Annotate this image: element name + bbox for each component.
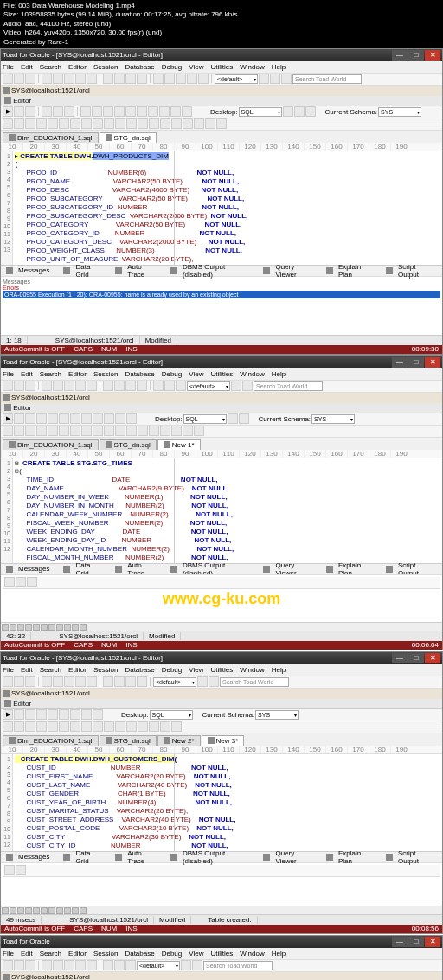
toolbar-button[interactable] (149, 426, 159, 436)
toolbar-button[interactable] (242, 381, 253, 391)
toolbar-button[interactable] (25, 721, 35, 732)
toolbar-button[interactable] (197, 676, 208, 687)
toolbar-button[interactable] (14, 721, 24, 732)
toolbar-button[interactable] (53, 676, 63, 687)
titlebar[interactable]: Toad for Oracle - [SYS@localhost:1521/or… (1, 356, 442, 368)
toolbar-button[interactable] (14, 106, 24, 117)
menu-file[interactable]: File (3, 666, 14, 674)
menu-help[interactable]: Help (272, 370, 286, 378)
menu-session[interactable]: Session (93, 63, 118, 71)
toolbar-button[interactable] (14, 709, 24, 720)
toolbar-button[interactable] (14, 381, 24, 391)
close-button[interactable]: ✕ (425, 50, 440, 61)
toolbar-button[interactable] (171, 721, 182, 732)
toolbar-button[interactable] (171, 118, 182, 129)
toolbar-button[interactable] (48, 118, 58, 129)
toolbar-button[interactable] (14, 676, 24, 687)
toolbar-button[interactable] (153, 74, 164, 84)
close-button[interactable]: ✕ (425, 653, 440, 663)
toolbar-button[interactable] (93, 721, 103, 732)
titlebar[interactable]: Toad for Oracle — □ ✕ (1, 936, 442, 948)
menu-view[interactable]: View (189, 370, 203, 378)
menu-debug[interactable]: Debug (162, 370, 183, 378)
toolbar-button[interactable] (176, 381, 186, 391)
menu-editor[interactable]: Editor (68, 63, 87, 71)
menu-search[interactable]: Search (40, 950, 61, 958)
output-tab-messages[interactable]: Messages (3, 851, 56, 862)
toolbar-button[interactable] (3, 960, 13, 970)
menu-help[interactable]: Help (272, 63, 286, 71)
code-editor[interactable]: 123456789101112 CREATE TABLE DWH.DWH_CUS… (1, 754, 442, 851)
current-schema-dropdown[interactable]: SYS (255, 710, 299, 720)
menu-utilities[interactable]: Utilities (210, 950, 233, 958)
toolbar-button[interactable] (115, 413, 125, 424)
toolbar-button[interactable] (114, 960, 125, 970)
toolbar-button[interactable] (125, 676, 136, 687)
toolbar-button[interactable] (36, 721, 47, 732)
execute-button[interactable]: ▶ (3, 106, 13, 117)
toolbar-button[interactable] (164, 74, 175, 84)
maximize-button[interactable]: □ (408, 357, 424, 368)
toolbar-button[interactable] (59, 413, 69, 424)
toolbar-button[interactable] (36, 118, 47, 129)
menu-file[interactable]: File (3, 370, 14, 378)
menu-view[interactable]: View (189, 666, 203, 674)
desktop-dropdown[interactable]: SQL (183, 414, 227, 424)
execute-button[interactable]: ▶ (3, 709, 13, 720)
toolbar-button[interactable] (64, 676, 74, 687)
menu-help[interactable]: Help (272, 666, 286, 674)
toolbar-button[interactable] (64, 106, 74, 117)
toolbar-button[interactable] (59, 426, 69, 436)
toolbar-button[interactable] (125, 381, 136, 391)
toolbar-button[interactable] (93, 709, 103, 720)
menu-file[interactable]: File (3, 63, 14, 71)
toolbar-button[interactable] (125, 106, 136, 117)
toolbar-button[interactable] (14, 118, 24, 129)
search-input[interactable]: Search Toad World (254, 381, 323, 391)
menu-session[interactable]: Session (93, 950, 118, 958)
toolbar-button[interactable] (16, 577, 26, 587)
toolbar-button[interactable] (70, 426, 80, 436)
menu-database[interactable]: Database (125, 63, 154, 71)
toolbar-button[interactable] (70, 118, 80, 129)
toolbar-button[interactable] (181, 960, 191, 970)
toolbar-button[interactable] (36, 709, 47, 720)
toolbar-button[interactable] (53, 960, 63, 970)
toolbar-button[interactable] (103, 676, 113, 687)
menu-utilities[interactable]: Utilities (210, 370, 233, 378)
toolbar-button[interactable] (160, 118, 170, 129)
desktop-dropdown[interactable]: SQL (150, 710, 193, 720)
menu-file[interactable]: File (3, 950, 14, 958)
toolbar-button[interactable] (138, 721, 148, 732)
toolbar-button[interactable] (4, 577, 15, 587)
toolbar-button[interactable] (160, 426, 170, 436)
menu-window[interactable]: Window (240, 950, 264, 958)
connection-bar[interactable]: SYS@localhost:1521/orcl (1, 972, 442, 980)
toolbar-button[interactable] (281, 74, 292, 84)
toolbar-button[interactable] (93, 413, 103, 424)
toolbar-button[interactable] (48, 709, 58, 720)
toolbar-button[interactable] (25, 118, 35, 129)
toolbar-button[interactable] (81, 721, 92, 732)
titlebar[interactable]: Toad for Oracle - [SYS@localhost:1521/or… (1, 49, 442, 61)
menu-database[interactable]: Database (125, 666, 154, 674)
toolbar-button[interactable] (14, 426, 24, 436)
toolbar-button[interactable] (3, 74, 13, 84)
toolbar-button[interactable] (228, 413, 238, 424)
toolbar-button[interactable] (70, 721, 80, 732)
tab-stg-dn[interactable]: STG_dn.sql (100, 132, 157, 143)
toolbar-button[interactable] (294, 106, 305, 117)
toolbar-button[interactable] (36, 426, 47, 436)
toolbar-button[interactable] (25, 74, 35, 84)
toolbar-button[interactable] (231, 381, 241, 391)
toolbar-button[interactable] (194, 118, 204, 129)
toolbar-button[interactable] (87, 676, 97, 687)
toolbar-button[interactable] (92, 106, 102, 117)
toolbar-button[interactable] (187, 74, 197, 84)
menu-utilities[interactable]: Utilities (210, 666, 233, 674)
toolbar-button[interactable] (25, 413, 35, 424)
code-content[interactable]: CREATE TABLE DWH.DWH_CUSTOMERS_DIM( CUST… (13, 754, 442, 851)
toolbar-button[interactable] (53, 381, 63, 391)
toolbar-button[interactable] (42, 676, 52, 687)
toolbar-button[interactable] (64, 74, 74, 84)
